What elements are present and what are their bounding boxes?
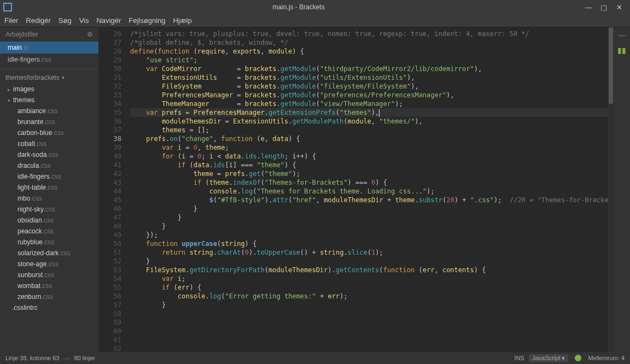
file-item[interactable]: dark-soda.css	[0, 149, 98, 160]
menu-søg[interactable]: Søg	[59, 16, 72, 25]
menu-hjælp[interactable]: Hjælp	[173, 16, 191, 25]
file-item[interactable]: carbon-blue.css	[0, 127, 98, 138]
status-lang[interactable]: JavaScript ▾	[529, 354, 568, 362]
gear-icon[interactable]: ⚙	[87, 31, 93, 38]
sidebar: Arbejdsfiler ⚙ main.jsidle-fingers.css t…	[0, 27, 98, 352]
file-item[interactable]: obsidian.css	[0, 215, 98, 226]
status-cursor[interactable]: Linje 38, kolonne 63	[5, 355, 59, 361]
minimize-button[interactable]: —	[581, 3, 596, 11]
close-button[interactable]: ✕	[611, 3, 627, 11]
project-header[interactable]: themesforbrackets ▾	[0, 69, 98, 84]
menu-filer[interactable]: Filer	[4, 16, 18, 25]
status-ins[interactable]: INS	[515, 355, 524, 361]
file-item[interactable]: peacock.css	[0, 226, 98, 237]
working-files-header: Arbejdsfiler ⚙	[0, 27, 98, 42]
file-item[interactable]: cobalt.css	[0, 138, 98, 149]
file-item[interactable]: zenburn.css	[0, 291, 98, 302]
file-item[interactable]: .csslintrc	[0, 302, 98, 313]
status-lines: 80 linjer	[74, 355, 95, 361]
menubar: FilerRedigérSøgVisNavigérFejlsøgningHjæl…	[0, 14, 630, 27]
file-item[interactable]: mbo.css	[0, 193, 98, 204]
status-spaces[interactable]: Mellemrum: 4	[588, 355, 625, 361]
main-area: Arbejdsfiler ⚙ main.jsidle-fingers.css t…	[0, 27, 630, 352]
working-file[interactable]: main.js	[0, 42, 98, 54]
file-item[interactable]: sunburst.css	[0, 269, 98, 280]
live-preview-icon[interactable]: 〰	[618, 32, 626, 40]
titlebar: main.js - Brackets — ▢ ✕	[0, 0, 630, 14]
menu-navigér[interactable]: Navigér	[96, 16, 121, 25]
app-logo	[3, 3, 12, 11]
project-name: themesforbrackets	[5, 74, 60, 81]
file-item[interactable]: idle-fingers.css	[0, 171, 98, 182]
menu-vis[interactable]: Vis	[79, 16, 89, 25]
file-item[interactable]: ambiance.css	[0, 105, 98, 116]
file-item[interactable]: stone-age.css	[0, 259, 98, 269]
file-item[interactable]: dracula.css	[0, 160, 98, 171]
file-item[interactable]: night-sky.css	[0, 204, 98, 215]
working-files-label: Arbejdsfiler	[5, 31, 38, 38]
file-item[interactable]: wombat.css	[0, 280, 98, 291]
maximize-button[interactable]: ▢	[596, 3, 611, 11]
editor[interactable]: 2627282930313233343536373839404142434445…	[98, 27, 614, 352]
file-item[interactable]: light-table.css	[0, 182, 98, 193]
statusbar: Linje 38, kolonne 63 — 80 linjer INS Jav…	[0, 352, 630, 364]
menu-fejlsøgning[interactable]: Fejlsøgning	[129, 16, 165, 25]
menu-redigér[interactable]: Redigér	[26, 16, 51, 25]
file-item[interactable]: brunante.css	[0, 116, 98, 127]
extension-manager-icon[interactable]: ▮▮	[617, 46, 626, 55]
file-item[interactable]: rubyblue.css	[0, 237, 98, 248]
window-title: main.js - Brackets	[16, 3, 581, 11]
lint-ok-icon[interactable]	[575, 355, 581, 361]
file-item[interactable]: solarized-dark.css	[0, 248, 98, 259]
vertical-scrollbar[interactable]	[608, 27, 614, 352]
code-area[interactable]: /*jslint vars: true, plusplus: true, dev…	[126, 27, 608, 352]
working-file[interactable]: idle-fingers.css	[0, 54, 98, 66]
file-tree: ▸images▾themesambiance.cssbrunante.cssca…	[0, 84, 98, 352]
folder-item[interactable]: ▾themes	[0, 95, 98, 105]
folder-item[interactable]: ▸images	[0, 84, 98, 95]
chevron-down-icon: ▾	[62, 75, 65, 80]
line-gutter: 2627282930313233343536373839404142434445…	[98, 27, 126, 352]
right-toolbar: 〰 ▮▮	[614, 27, 630, 352]
